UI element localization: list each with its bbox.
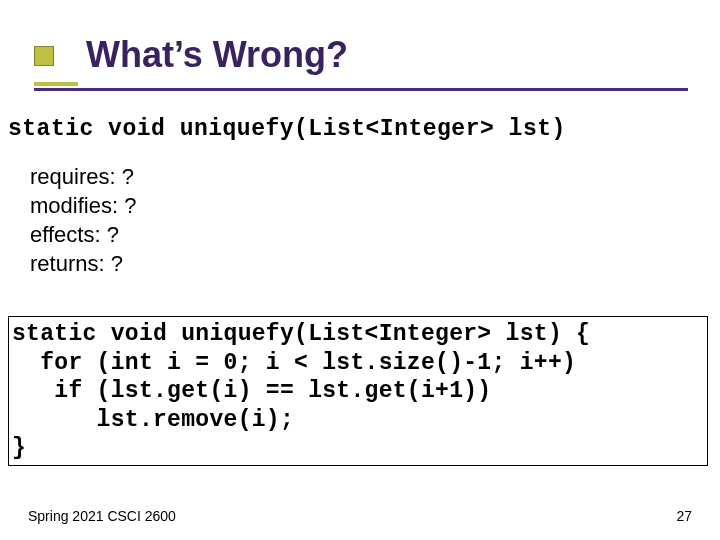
- code-line-1: static void uniquefy(List<Integer> lst) …: [12, 321, 590, 347]
- code-line-3: if (lst.get(i) == lst.get(i+1)): [12, 378, 491, 404]
- spec-effects: effects: ?: [30, 220, 136, 249]
- spec-block: requires: ? modifies: ? effects: ? retur…: [30, 162, 136, 278]
- spec-modifies: modifies: ?: [30, 191, 136, 220]
- code-line-5: }: [12, 435, 26, 461]
- method-signature: static void uniquefy(List<Integer> lst): [8, 116, 566, 142]
- spec-returns: returns: ?: [30, 249, 136, 278]
- slide-title: What’s Wrong?: [86, 34, 348, 76]
- code-line-2: for (int i = 0; i < lst.size()-1; i++): [12, 350, 576, 376]
- spec-requires: requires: ?: [30, 162, 136, 191]
- footer-page-number: 27: [676, 508, 692, 524]
- title-bullet-icon: [34, 46, 54, 66]
- title-underline-accent: [34, 82, 78, 86]
- footer-course: Spring 2021 CSCI 2600: [28, 508, 176, 524]
- title-underline: [34, 88, 688, 91]
- code-block: static void uniquefy(List<Integer> lst) …: [12, 320, 590, 463]
- code-line-4: lst.remove(i);: [12, 407, 294, 433]
